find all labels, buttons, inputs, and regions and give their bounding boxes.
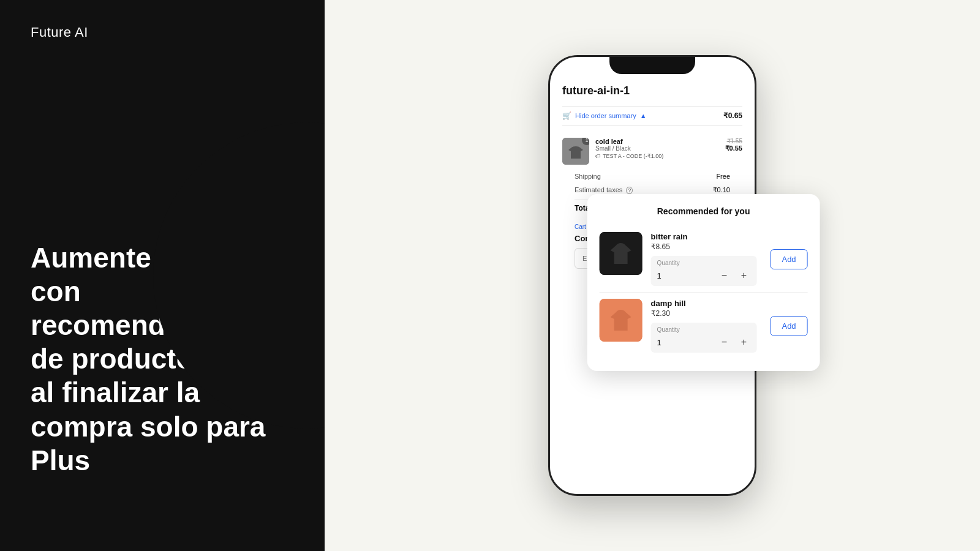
qty-buttons-1: − + <box>717 269 750 282</box>
qty-value-2: 1 <box>657 338 662 347</box>
quantity-controls-2: 1 − + <box>657 335 751 349</box>
rec-item-2-price: ₹2.30 <box>651 309 757 318</box>
quantity-section-1: Quantity 1 − + <box>651 256 757 286</box>
item-info: cold leaf Small / Black 🏷 TEST A - CODE … <box>595 138 719 159</box>
shipping-label: Shipping <box>575 173 601 180</box>
headline: Aumente el AoV con recomendaciones de pr… <box>31 241 294 490</box>
tshirt-orange-icon <box>600 299 643 342</box>
rec-item-2-info: damp hill ₹2.30 Quantity 1 − + <box>651 299 757 353</box>
qty-buttons-2: − + <box>717 335 750 349</box>
rec-item-1-name: bitter rain <box>651 232 757 241</box>
hide-order-label: Hide order summary <box>575 112 636 119</box>
rec-item-2-name: damp hill <box>651 299 757 308</box>
logo: Future AI <box>31 24 294 40</box>
item-name: cold leaf <box>595 138 719 145</box>
info-icon: ? <box>626 187 633 194</box>
taxes-label: Estimated taxes ? <box>575 186 633 194</box>
recommendation-card: Recommended for you bitter rain ₹8.65 Qu… <box>587 194 820 371</box>
quantity-controls-1: 1 − + <box>657 269 751 282</box>
shop-title: future-ai-in-1 <box>562 84 742 97</box>
item-thumbnail: 1 <box>562 138 589 165</box>
rec-item-1: bitter rain ₹8.65 Quantity 1 − + Add <box>600 226 808 293</box>
item-discount: 🏷 TEST A - CODE (-₹1.00) <box>595 153 719 159</box>
order-item: 1 cold leaf Small / Black 🏷 TEST A - COD… <box>562 133 742 170</box>
rec-item-2: damp hill ₹2.30 Quantity 1 − + Add <box>600 293 808 359</box>
qty-increase-2[interactable]: + <box>737 335 750 349</box>
item-prices: ₹1.55 ₹0.55 <box>725 138 742 152</box>
taxes-value: ₹0.10 <box>713 186 730 194</box>
phone-notch <box>609 57 695 74</box>
order-summary-toggle[interactable]: 🛒 Hide order summary ▲ <box>562 111 647 120</box>
tag-icon: 🏷 <box>595 153 601 159</box>
price-discounted: ₹0.55 <box>725 144 742 152</box>
breadcrumb-cart[interactable]: Cart <box>575 223 586 230</box>
right-panel: future-ai-in-1 🛒 Hide order summary ▲ ₹0… <box>325 0 980 551</box>
rec-item-1-info: bitter rain ₹8.65 Quantity 1 − + <box>651 232 757 286</box>
qty-decrease-2[interactable]: − <box>717 335 731 349</box>
rec-card-title: Recommended for you <box>600 206 808 216</box>
add-button-2[interactable]: Add <box>770 316 807 336</box>
rec-item-1-price: ₹8.65 <box>651 242 757 251</box>
shipping-line: Shipping Free <box>575 170 730 183</box>
quantity-label-2: Quantity <box>657 326 751 333</box>
phone-scene: future-ai-in-1 🛒 Hide order summary ▲ ₹0… <box>438 24 867 527</box>
cart-icon: 🛒 <box>562 111 571 120</box>
rec-thumb-2 <box>600 299 643 342</box>
tshirt-black-icon <box>600 232 643 275</box>
qty-value-1: 1 <box>657 271 662 280</box>
chevron-icon: ▲ <box>640 112 647 119</box>
order-summary-bar[interactable]: 🛒 Hide order summary ▲ ₹0.65 <box>562 106 742 126</box>
add-button-1[interactable]: Add <box>770 249 807 269</box>
qty-decrease-1[interactable]: − <box>717 269 731 282</box>
order-price: ₹0.65 <box>723 111 742 120</box>
qty-increase-1[interactable]: + <box>737 269 750 282</box>
shipping-value: Free <box>716 173 730 180</box>
quantity-section-2: Quantity 1 − + <box>651 323 757 353</box>
left-panel: Future AI Aumente el AoV con recomendaci… <box>0 0 325 551</box>
price-original: ₹1.55 <box>725 138 742 144</box>
quantity-label-1: Quantity <box>657 260 751 266</box>
rec-thumb-1 <box>600 232 643 275</box>
item-variant: Small / Black <box>595 145 719 152</box>
